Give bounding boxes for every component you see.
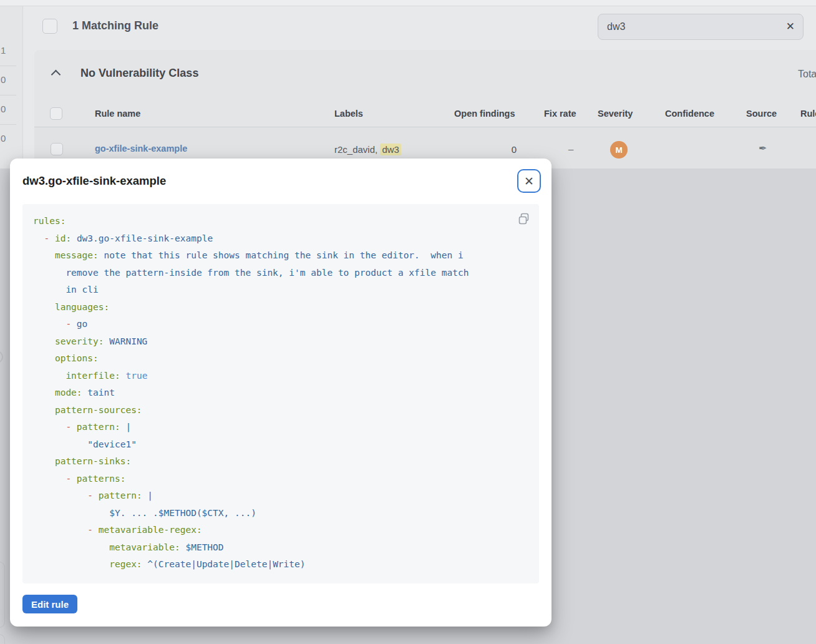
column-header-source[interactable]: Source (746, 109, 777, 119)
rail-divider (0, 95, 16, 95)
section-title: No Vulnerability Class (80, 67, 198, 80)
column-header-rule-name[interactable]: Rule name (95, 109, 140, 119)
matching-rule-count: 1 Matching Rule (72, 19, 158, 32)
modal-title: dw3.go-xfile-sink-example (22, 174, 166, 188)
rail-divider (0, 124, 16, 125)
open-findings-value: 0 (493, 144, 517, 155)
pen-nib-source-icon: ✒ (759, 142, 767, 154)
rail-divider (0, 66, 16, 66)
rail-fragment-box (0, 562, 5, 628)
edit-rule-button[interactable]: Edit rule (22, 595, 77, 613)
labels-text: r2c_david, (334, 144, 380, 155)
column-header-open-findings[interactable]: Open findings (454, 109, 515, 119)
column-header-rule[interactable]: Rule (800, 109, 816, 119)
rail-count: 0 (1, 133, 19, 144)
label-highlight: dw3 (380, 144, 401, 155)
rule-detail-modal: dw3.go-xfile-sink-example ✕ rules: - id:… (10, 159, 551, 627)
rail-count: 0 (1, 74, 19, 85)
severity-badge: M (610, 141, 628, 159)
rule-search-box: ✕ (598, 14, 804, 40)
column-header-severity[interactable]: Severity (598, 109, 633, 119)
column-header-labels[interactable]: Labels (334, 109, 363, 119)
rail-fragment-circle (0, 351, 3, 363)
column-header-fix-rate[interactable]: Fix rate (544, 109, 576, 119)
rail-count: 1 (1, 45, 19, 56)
left-rail (0, 6, 23, 168)
clear-search-icon[interactable]: ✕ (786, 20, 795, 34)
total-label: Tota (798, 69, 816, 80)
rail-count: 0 (1, 104, 19, 114)
rule-name-link[interactable]: go-xfile-sink-example (95, 144, 187, 154)
rail-fragment-box (0, 634, 5, 644)
top-strip (0, 0, 816, 6)
labels-cell: r2c_david, dw3 (334, 144, 401, 155)
rule-search-input[interactable] (607, 14, 775, 39)
column-header-confidence[interactable]: Confidence (665, 109, 714, 119)
close-modal-button[interactable]: ✕ (517, 169, 541, 193)
row-checkbox[interactable] (51, 143, 63, 155)
rule-yaml-block: rules: - id: dw3.go-xfile-sink-example m… (22, 204, 539, 583)
copy-code-button[interactable] (517, 212, 531, 226)
select-all-rules-checkbox[interactable] (42, 19, 57, 34)
copy-icon (517, 212, 531, 226)
rule-yaml: rules: - id: dw3.go-xfile-sink-example m… (22, 204, 481, 583)
fix-rate-value: – (568, 144, 573, 154)
close-icon: ✕ (524, 174, 534, 188)
select-section-checkbox[interactable] (50, 107, 62, 120)
